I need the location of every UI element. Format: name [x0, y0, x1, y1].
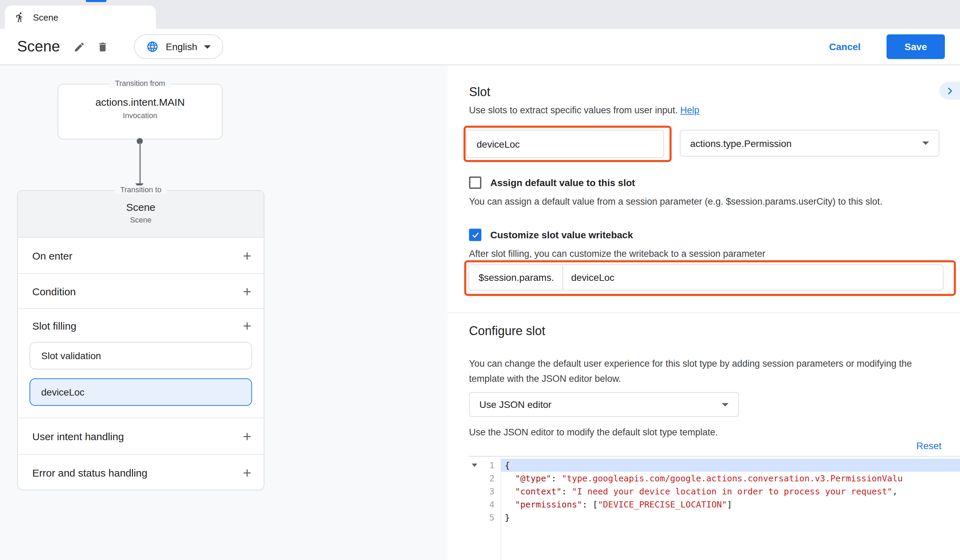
section-label: Condition [32, 285, 76, 297]
header: Scene English Cancel Save [0, 29, 960, 65]
slot-type-select[interactable]: actions.type.Permission [680, 130, 939, 157]
code-line-4[interactable]: 4 "permissions": ["DEVICE_PRECISE_LOCATI… [469, 498, 960, 511]
writeback-field: $session.params. [468, 264, 944, 290]
trash-icon [97, 41, 109, 53]
section-error-status-handling[interactable]: Error and status handling + [18, 454, 264, 490]
transition-to-node: Transition to Scene Scene On enter + Con… [17, 190, 264, 490]
tab-strip: Scene [0, 0, 960, 29]
line-number-text: 3 [489, 486, 494, 496]
line-number-4: 4 [469, 498, 501, 511]
plus-icon[interactable]: + [243, 248, 251, 262]
configure-description: You can change the default user experien… [469, 357, 950, 386]
invocation-subtitle: Invocation [58, 111, 222, 120]
intent-main-title: actions.intent.MAIN [58, 96, 222, 108]
editor-mode-select[interactable]: Use JSON editor [469, 392, 739, 417]
save-button[interactable]: Save [887, 34, 945, 59]
code-token: : [582, 499, 593, 510]
checkmark-icon [471, 230, 480, 239]
code-text[interactable]: "@type": "type.googleapis.com/google.act… [501, 472, 960, 485]
plus-icon[interactable]: + [243, 318, 251, 333]
writeback-prefix: $session.params. [469, 272, 562, 283]
code-line-2[interactable]: 2 "@type": "type.googleapis.com/google.a… [469, 472, 960, 485]
reset-link[interactable]: Reset [917, 440, 941, 451]
editor-mode-value: Use JSON editor [479, 399, 551, 410]
person-walk-icon [14, 12, 26, 22]
help-link[interactable]: Help [680, 105, 699, 115]
code-token: "context" [515, 486, 562, 496]
chevron-right-icon [945, 86, 954, 95]
chevron-down-icon [204, 45, 211, 48]
code-token: : [562, 486, 572, 496]
tab-label: Scene [33, 12, 58, 22]
scene-node-title: Scene [18, 191, 264, 213]
section-condition[interactable]: Condition + [18, 274, 264, 309]
transition-from-node[interactable]: Transition from actions.intent.MAIN Invo… [58, 84, 222, 139]
plus-icon[interactable]: + [243, 284, 251, 298]
section-label: User intent handling [32, 430, 124, 442]
code-token: "permissions" [515, 499, 582, 510]
slot-detail-panel: Slot Use slots to extract specific value… [448, 65, 960, 560]
writeback-checkbox[interactable] [469, 229, 482, 241]
line-number-3: 3 [469, 485, 501, 498]
scene-node-header[interactable]: Scene Scene [18, 191, 264, 238]
writeback-value-input[interactable] [563, 272, 943, 283]
delete-scene-button[interactable] [93, 37, 112, 56]
cancel-button[interactable]: Cancel [829, 41, 861, 52]
writeback-description: After slot filling, you can customize th… [469, 249, 765, 259]
plus-icon[interactable]: + [243, 465, 251, 480]
edit-scene-button[interactable] [70, 37, 89, 56]
section-slot-filling: Slot filling + Slot validation deviceLoc [18, 309, 264, 418]
line-number-text: 5 [489, 512, 494, 523]
assign-default-label: Assign default value to this slot [490, 177, 635, 188]
language-selector[interactable]: English [134, 34, 224, 59]
collapse-panel-button[interactable] [939, 82, 960, 99]
json-editor[interactable]: 1 { 2 "@type": "type.googleapis.com/goog… [469, 456, 960, 560]
slot-description: Use slots to extract specific values fro… [469, 105, 699, 115]
writeback-row: Customize slot value writeback [469, 229, 633, 241]
section-on-enter[interactable]: On enter + [18, 238, 264, 274]
page-title: Scene [17, 38, 60, 56]
globe-icon [147, 40, 159, 53]
code-token: : [551, 473, 562, 483]
code-token [505, 473, 515, 483]
code-token: "DEVICE_PRECISE_LOCATION" [598, 499, 727, 510]
code-token: [ [593, 499, 598, 510]
section-user-intent-handling[interactable]: User intent handling + [18, 418, 264, 454]
code-text[interactable]: "permissions": ["DEVICE_PRECISE_LOCATION… [501, 498, 960, 511]
chevron-down-icon [922, 141, 929, 145]
configure-slot-title: Configure slot [469, 324, 545, 339]
editor-hint: Use the JSON editor to modify the defaul… [469, 427, 718, 437]
assign-default-row: Assign default value to this slot [469, 176, 635, 189]
chevron-down-icon [722, 403, 729, 406]
browser-tab-accent [86, 0, 106, 2]
code-token [505, 499, 515, 510]
tab-scene[interactable]: Scene [5, 5, 156, 29]
code-line-3[interactable]: 3 "context": "I need your device locatio… [469, 485, 960, 498]
slot-name-input[interactable] [466, 130, 664, 158]
line-number-1: 1 [469, 459, 501, 472]
scene-flow-panel: Transition from actions.intent.MAIN Invo… [0, 65, 448, 560]
assign-default-checkbox[interactable] [469, 176, 482, 189]
section-label: Slot filling [32, 320, 76, 331]
pencil-icon [74, 41, 85, 53]
slot-validation-item[interactable]: Slot validation [30, 342, 252, 370]
slot-item-deviceloc[interactable]: deviceLoc [30, 378, 252, 406]
slot-filling-header[interactable]: Slot filling + [18, 309, 264, 342]
slot-type-value: actions.type.Permission [690, 138, 792, 149]
code-token: { [505, 460, 510, 470]
code-text[interactable]: "context": "I need your device location … [501, 485, 960, 498]
code-line-1[interactable]: 1 { [469, 459, 960, 472]
transition-from-legend: Transition from [110, 79, 171, 87]
code-token: "type.googleapis.com/google.actions.conv… [562, 473, 902, 483]
plus-icon[interactable]: + [243, 429, 251, 443]
slot-item-label: deviceLoc [41, 387, 85, 398]
code-token: "I need your device location in order to… [572, 486, 892, 496]
fold-caret-icon[interactable] [472, 464, 477, 467]
code-token: ] [727, 499, 732, 510]
assign-default-description: You can assign a default value from a se… [469, 197, 882, 207]
code-token [505, 486, 515, 496]
slot-description-text: Use slots to extract specific values fro… [469, 105, 678, 115]
code-text[interactable]: } [501, 511, 960, 524]
code-text[interactable]: { [501, 459, 960, 472]
code-line-5[interactable]: 5 } [469, 511, 960, 524]
